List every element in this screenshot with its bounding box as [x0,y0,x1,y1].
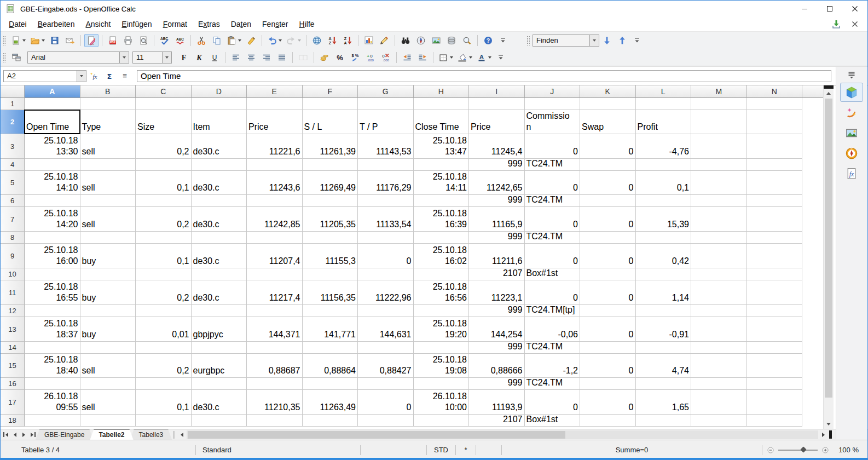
cell-E13[interactable]: 144,371 [247,317,303,342]
cell-K7[interactable]: 0 [580,207,636,232]
cell-C4[interactable] [136,159,192,171]
cell-D12[interactable] [192,305,247,317]
cell-H2[interactable]: Close Time [414,110,470,134]
cell-E10[interactable] [247,268,303,280]
cell-C12[interactable] [136,305,192,317]
font-color-dropdown-icon[interactable] [488,56,491,60]
last-sheet-button[interactable] [28,430,37,439]
cell-G2[interactable]: T / P [358,110,414,134]
sidebar-tab-properties[interactable] [840,83,863,102]
cell-G9[interactable]: 0 [358,244,414,268]
cell-I11[interactable]: 11223,1 [469,280,525,305]
cell-B8[interactable] [80,232,136,244]
menu-ansicht[interactable]: Ansicht [80,18,116,31]
menu-einfgen[interactable]: Einfügen [116,18,157,31]
cell-F9[interactable]: 11155,3 [303,244,358,268]
sidebar-tab-navigator-deck[interactable]: N [840,143,863,163]
cell-A2[interactable]: Open Time [25,110,80,134]
decrease-indent-button[interactable] [400,51,414,64]
row-header-10[interactable]: 10 [1,268,25,280]
cell-N9[interactable] [747,244,803,268]
column-header-N[interactable]: N [747,85,803,98]
styles-window-button[interactable] [9,51,24,64]
align-justify-button[interactable] [275,51,289,64]
vertical-scrollbar[interactable] [823,85,834,429]
cell-L13[interactable]: -0,91 [636,317,692,342]
cell-L16[interactable] [636,378,692,390]
cell-N3[interactable] [747,134,803,159]
cell-C8[interactable] [136,232,192,244]
cell-G5[interactable]: 11176,29 [358,171,414,195]
cell-C2[interactable]: Size [136,110,192,134]
cell-E14[interactable] [247,342,303,354]
row-header-9[interactable]: 9 [1,244,25,268]
cell-D14[interactable] [192,342,247,354]
zoom-level[interactable]: 100 % [834,440,867,459]
cell-K18[interactable] [580,415,636,427]
first-sheet-button[interactable] [2,430,10,439]
cell-K13[interactable]: 0 [580,317,636,342]
cell-H11[interactable]: 25.10.1816:56 [414,280,470,305]
currency-button[interactable] [317,51,332,64]
cell-G16[interactable] [358,378,414,390]
selection-sum-status[interactable]: Summe=0 [502,440,762,459]
cell-G18[interactable] [358,415,414,427]
sheet-position-status[interactable]: Tabelle 3 / 4 [1,440,195,459]
row-header-2[interactable]: 2 [1,110,25,134]
cell-E11[interactable]: 11217,4 [247,280,303,305]
cell-D3[interactable]: de30.c [192,134,247,159]
cell-H8[interactable] [414,232,470,244]
cell-B14[interactable] [80,342,136,354]
font-name-select[interactable]: Arial [27,51,129,64]
close-button[interactable] [842,1,867,17]
cell-J9[interactable]: 0 [525,244,581,268]
cell-G7[interactable]: 11133,54 [358,207,414,232]
cell-N7[interactable] [747,207,803,232]
new-document-dropdown-icon[interactable] [22,39,26,43]
cell-K16[interactable] [580,378,636,390]
cell-A7[interactable]: 25.10.1814:20 [25,207,80,232]
cell-N2[interactable] [747,110,803,134]
row-header-15[interactable]: 15 [1,354,25,378]
find-replace-button[interactable] [398,34,413,47]
cell-M14[interactable] [691,342,747,354]
cell-F5[interactable]: 11269,49 [303,171,358,195]
cell-H9[interactable]: 25.10.1816:02 [414,244,470,268]
function-wizard-button[interactable]: fx [87,70,101,83]
cell-N1[interactable] [747,98,803,110]
cell-B13[interactable]: buy [80,317,136,342]
cell-F15[interactable]: 0,88864 [303,354,358,378]
cell-M3[interactable] [691,134,747,159]
cell-K15[interactable]: 0 [580,354,636,378]
name-box[interactable]: A2 [3,70,86,82]
cell-B1[interactable] [80,98,136,110]
cell-H3[interactable]: 25.10.1813:47 [414,134,470,159]
menu-extras[interactable]: Extras [193,18,225,31]
cell-D18[interactable] [192,415,247,427]
column-header-B[interactable]: B [80,85,136,98]
cell-A15[interactable]: 25.10.1818:40 [25,354,80,378]
row-header-8[interactable]: 8 [1,232,25,244]
zoom-in-icon[interactable] [821,446,829,454]
previous-sheet-button[interactable] [10,430,19,439]
find-dropdown-icon[interactable] [589,35,599,46]
zoom-out-icon[interactable] [767,446,774,454]
bold-button[interactable]: F [177,51,191,64]
tab-splitter[interactable] [173,431,175,439]
find-up-button[interactable] [615,34,629,47]
cell-G1[interactable] [358,98,414,110]
cell-I1[interactable] [469,98,525,110]
cell-A9[interactable]: 25.10.1816:00 [25,244,80,268]
cell-H6[interactable] [414,195,470,207]
cell-L18[interactable] [636,415,692,427]
cell-M13[interactable] [691,317,747,342]
cell-N4[interactable] [747,159,803,171]
cell-E5[interactable]: 11243,6 [247,171,303,195]
cell-J11[interactable]: 0 [525,280,581,305]
insert-mode-status[interactable]: STD [427,440,455,459]
cell-B15[interactable]: sell [80,354,136,378]
cell-M18[interactable] [691,415,747,427]
cell-F17[interactable]: 11263,49 [303,390,358,415]
cell-D9[interactable]: de30.c [192,244,247,268]
zoom-slider-thumb[interactable] [800,446,806,452]
